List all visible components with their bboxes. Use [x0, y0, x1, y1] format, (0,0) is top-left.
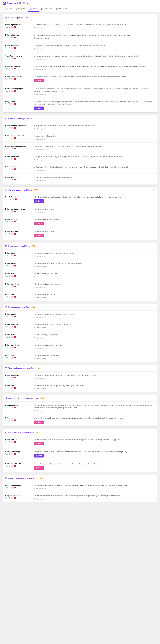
- action-button[interactable]: Delete: [33, 79, 44, 82]
- row-description: This will delete all your trashed pages.: [33, 354, 155, 357]
- expand-icon[interactable]: ⊕: [11, 376, 13, 378]
- delete-indicator-icon: [14, 26, 16, 28]
- row-description: All users will be removed, keeping only …: [33, 417, 155, 419]
- row-description: Wordpress local storage refers to the HT…: [33, 451, 155, 453]
- row-title: Delete users: [5, 417, 31, 419]
- row-description: This will delete all your posts drafts.: [33, 273, 155, 275]
- row-note: No action to perform: [33, 27, 155, 29]
- checkbox[interactable]: ✓: [33, 38, 35, 39]
- expand-icon[interactable]: ⊕: [11, 419, 13, 421]
- row-note: No action to perform: [33, 378, 155, 379]
- expand-icon[interactable]: ⊕: [11, 487, 13, 488]
- panel-header[interactable]: File management Tools⌃: [3, 14, 157, 21]
- expand-icon[interactable]: ⊕: [11, 168, 13, 170]
- svg-rect-4: [41, 9, 42, 10]
- expand-icon[interactable]: ⊕: [11, 286, 13, 287]
- row-title: Drop custom tables: [5, 494, 31, 496]
- expand-icon[interactable]: ⊕: [11, 68, 13, 70]
- action-button[interactable]: Delete: [33, 420, 44, 424]
- pro-badge: PRO: [35, 432, 40, 434]
- row-meta: Total (0)⊕: [5, 179, 31, 180]
- panel-header[interactable]: Users and Roles management ToolsPRO⌃: [3, 395, 157, 402]
- panel-header[interactable]: Pages management ToolsPRO⌃: [3, 304, 157, 310]
- expand-icon[interactable]: ⊕: [11, 47, 13, 49]
- tool-row: Delete all pluginsTotal (0)⊕All plugins …: [3, 42, 157, 52]
- pro-badge: PRO: [40, 397, 45, 399]
- svg-rect-0: [16, 8, 17, 9]
- row-meta: Total (0)⊕: [5, 346, 31, 348]
- action-button[interactable]: Delete: [33, 466, 44, 470]
- nav-tab-collections[interactable]: Collections: [39, 6, 54, 12]
- expand-icon[interactable]: ⊕: [11, 316, 13, 317]
- panel-header[interactable]: Taxonomies management ToolsPRO⌃: [3, 365, 157, 372]
- panel-header[interactable]: Posts management ToolsPRO⌃: [3, 243, 157, 249]
- nav-tab-snapshots[interactable]: Snapshots: [14, 6, 28, 12]
- nav-tab-wp-switcher[interactable]: WP Switcher: [54, 6, 70, 12]
- row-description: This will delete all your tags. The post…: [33, 384, 155, 387]
- panel-title: Posts management ToolsPRO: [5, 245, 36, 247]
- nav-tab-reset[interactable]: Reset: [2, 6, 14, 12]
- delete-indicator-icon: [14, 158, 16, 160]
- expand-icon[interactable]: ⊕: [11, 254, 13, 256]
- expand-icon[interactable]: ⊕: [11, 78, 13, 80]
- action-button[interactable]: Clean: [33, 106, 44, 110]
- action-button[interactable]: Delete: [33, 234, 44, 238]
- chevron-up-icon: ⌃: [153, 397, 155, 400]
- delete-indicator-icon: [14, 103, 16, 105]
- panel-header[interactable]: Comments management Tools⌃: [3, 115, 157, 122]
- expand-icon[interactable]: ⊕: [11, 357, 13, 358]
- expand-icon[interactable]: ⊕: [11, 179, 13, 180]
- tool-row: Reset all optionsTotal (39)⊕This will re…: [3, 193, 157, 206]
- expand-icon[interactable]: ⊕: [11, 58, 13, 59]
- tool-row: Delete '.htaccess' fileTotal (1)⊕The .ht…: [3, 73, 157, 85]
- expand-icon[interactable]: ⊕: [11, 36, 13, 38]
- expand-icon[interactable]: ⊕: [11, 441, 13, 443]
- panel-header[interactable]: Local data management ToolsPRO⌃: [3, 429, 157, 436]
- tool-row: Drop custom tablesTotal (0)⊕This will dr…: [3, 492, 157, 502]
- row-title: Delete pingbacks: [5, 156, 31, 158]
- row-meta: Total (1)⊕: [5, 453, 31, 455]
- expand-icon[interactable]: ⊕: [11, 406, 13, 408]
- expand-icon[interactable]: ⊕: [11, 137, 13, 139]
- tool-row: Empty trashTotal (0)⊕This will delete al…: [3, 352, 157, 362]
- tool-row: Delete widgetsTotal (1)⊕This will delete…: [3, 216, 157, 228]
- expand-icon[interactable]: ⊕: [12, 198, 14, 200]
- expand-icon[interactable]: ⊕: [11, 453, 13, 455]
- action-button[interactable]: Clean: [33, 454, 44, 458]
- expand-icon[interactable]: ⊕: [11, 336, 13, 338]
- expand-icon[interactable]: ⊕: [11, 387, 13, 389]
- delete-indicator-icon: [14, 387, 16, 388]
- tool-row: Delete tagsTotal (0)⊕This will delete al…: [3, 382, 157, 392]
- tool-row: Delete draftsTotal (0)⊕This will delete …: [3, 270, 157, 280]
- expand-icon[interactable]: ⊕: [11, 497, 13, 499]
- expand-icon[interactable]: ⊕: [11, 26, 13, 28]
- expand-icon[interactable]: ⊕: [11, 346, 13, 348]
- expand-icon[interactable]: ⊕: [11, 296, 13, 298]
- panel-header[interactable]: Options management ToolsPRO⌃: [3, 187, 157, 193]
- expand-icon[interactable]: ⊕: [11, 148, 13, 150]
- expand-icon[interactable]: ⊕: [11, 326, 13, 328]
- row-note: No action to perform: [33, 276, 155, 278]
- panel-header[interactable]: Custom tables management ToolsPRO⌃: [3, 475, 157, 482]
- expand-icon[interactable]: ⊕: [11, 465, 13, 467]
- action-button[interactable]: Delete: [33, 442, 44, 446]
- action-button[interactable]: Delete: [33, 222, 44, 225]
- row-note: No action to perform: [33, 69, 155, 70]
- panel-body: Empty 'uploads' folderTotal (0)⊕All medi…: [3, 21, 157, 112]
- expand-icon[interactable]: ⊕: [11, 265, 13, 266]
- expand-icon[interactable]: ⊕: [11, 210, 13, 212]
- row-description: This will delete all your posts (publish…: [33, 252, 155, 254]
- expand-icon[interactable]: ⊕: [11, 103, 13, 105]
- nav-tab-tools[interactable]: Tools: [28, 6, 39, 12]
- expand-icon[interactable]: ⊕: [11, 221, 13, 222]
- expand-icon[interactable]: ⊕: [11, 90, 13, 92]
- row-meta: Total (0)⊕: [5, 127, 31, 129]
- expand-icon[interactable]: ⊕: [11, 275, 13, 277]
- chevron-up-icon: ⌃: [153, 189, 155, 191]
- row-meta: Total (0)⊕: [5, 357, 31, 358]
- expand-icon[interactable]: ⊕: [11, 233, 13, 235]
- expand-icon[interactable]: ⊕: [11, 158, 13, 160]
- expand-icon[interactable]: ⊕: [11, 127, 13, 129]
- action-button[interactable]: Reset: [33, 200, 44, 203]
- panel-title: Taxonomies management ToolsPRO: [5, 367, 41, 369]
